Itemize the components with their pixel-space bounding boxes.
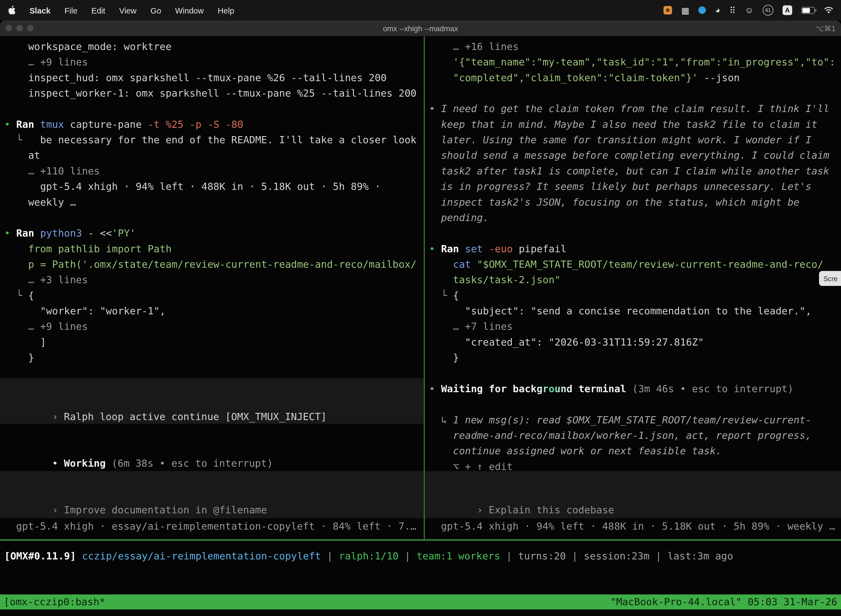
terminal-line: └ { bbox=[4, 287, 424, 303]
menu-status-area: ▦ ◕ ⠿ ☺ 61 A bbox=[664, 5, 834, 15]
terminal-line bbox=[4, 101, 424, 116]
right-prompt-input[interactable]: ›Explain this codebase bbox=[425, 471, 841, 518]
working-status-line: •Working(6m 38s • esc to interrupt) bbox=[4, 440, 273, 455]
menu-file[interactable]: File bbox=[64, 6, 78, 15]
blue-drop-icon[interactable] bbox=[698, 6, 706, 14]
text-segment: "subject": "send a concise recommendatio… bbox=[429, 305, 812, 317]
screen: Slack FileEditViewGoWindowHelp ▦ ◕ ⠿ ☺ 6… bbox=[0, 0, 841, 616]
text-segment: … +9 lines bbox=[4, 56, 88, 67]
terminal-line: "worker": "worker-1", bbox=[4, 303, 424, 318]
left-pane-footer: gpt-5.4 xhigh · essay/ai-reimplementatio… bbox=[4, 518, 416, 534]
terminal-line: later. Using the same for transition mig… bbox=[429, 132, 841, 147]
notification-text: Scre bbox=[823, 274, 838, 282]
text-segment: tasks/task-2.json" bbox=[429, 274, 560, 285]
tmux-status-bar: [omx-cczip0:bash* "MacBook-Pro-44.local"… bbox=[0, 594, 841, 609]
text-segment: "$OMX_TEAM_STATE_ROOT/team/review-curren… bbox=[477, 259, 823, 270]
text-segment: keep that in mind. Maybe I also need the… bbox=[429, 119, 817, 130]
text-segment: inspect_hud: omx sparkshell --tmux-pane … bbox=[4, 72, 387, 83]
left-prompt-input[interactable]: ›Improve documentation in @filename bbox=[0, 471, 424, 518]
text-segment: I need to get the claim token from the c… bbox=[441, 103, 829, 114]
right-input-prompt-icon: › bbox=[477, 502, 489, 518]
menu-help[interactable]: Help bbox=[218, 6, 234, 15]
menu-window[interactable]: Window bbox=[175, 6, 204, 15]
tmux-session-window: [omx-cczip0:bash* bbox=[4, 594, 105, 609]
text-segment: -euo bbox=[489, 243, 519, 254]
window-title: omx --xhigh --madmax bbox=[383, 24, 458, 32]
text-segment: { bbox=[28, 290, 34, 301]
keyboard-grid-icon[interactable]: ▦ bbox=[681, 5, 689, 15]
battery-icon[interactable] bbox=[801, 7, 815, 13]
text-segment: cat bbox=[453, 259, 477, 270]
terminal-line: is in progress? It seems likely but perh… bbox=[429, 179, 841, 194]
terminal-line: … +9 lines bbox=[4, 54, 424, 70]
text-segment: session:23m bbox=[584, 550, 649, 562]
text-segment: } bbox=[4, 352, 34, 363]
terminal-line: "subject": "send a concise recommendatio… bbox=[429, 303, 841, 318]
app-menu-slack[interactable]: Slack bbox=[29, 6, 50, 15]
text-segment: … +9 lines bbox=[4, 321, 88, 332]
text-segment: • bbox=[429, 103, 441, 114]
text-segment: } bbox=[429, 352, 459, 363]
dots-grid-icon[interactable]: ⠿ bbox=[730, 5, 736, 15]
apple-menu-icon[interactable] bbox=[7, 5, 15, 15]
terminal-line: readme-and-reco/mailbox/worker-1.json, a… bbox=[429, 427, 841, 443]
terminal-line: cat "$OMX_TEAM_STATE_ROOT/team/review-cu… bbox=[429, 257, 841, 272]
terminal-line: … +110 lines bbox=[4, 163, 424, 179]
window-title-bar[interactable]: omx --xhigh --madmax ⌥⌘1 bbox=[0, 21, 841, 37]
text-segment: team:1 workers bbox=[417, 550, 500, 562]
text-segment: --json bbox=[704, 72, 740, 83]
text-segment: | bbox=[500, 550, 518, 562]
zoom-button[interactable] bbox=[27, 25, 34, 31]
screen-recording-icon[interactable] bbox=[664, 6, 672, 14]
working-detail: (6m 38s • esc to interrupt) bbox=[111, 458, 273, 469]
terminal-line: … +3 lines bbox=[4, 272, 424, 287]
wifi-icon[interactable] bbox=[824, 6, 834, 14]
terminal-line: '{"team_name":"my-team","task_id":"1","f… bbox=[429, 54, 841, 70]
working-bullet: • bbox=[52, 455, 64, 471]
terminal-line: should send a message before completing … bbox=[429, 148, 841, 163]
terminal-line: from pathlib import Path bbox=[4, 241, 424, 257]
text-segment: readme-and-reco/mailbox/worker-1.json, a… bbox=[429, 430, 812, 441]
counter-badge-icon[interactable]: 61 bbox=[763, 5, 774, 15]
text-segment: "worker": "worker-1", bbox=[4, 305, 166, 317]
text-segment: 1 new msg(s): read $OMX_TEAM_STATE_ROOT/… bbox=[453, 414, 812, 425]
text-segment: 'PY' bbox=[112, 227, 136, 239]
text-segment: workspace_mode: worktree bbox=[4, 41, 171, 52]
input-source-icon[interactable]: A bbox=[782, 5, 792, 15]
text-segment: (3m 46s • esc to interrupt) bbox=[626, 383, 794, 395]
text-segment: ] bbox=[4, 336, 46, 348]
window-shortcut-hint: ⌥⌘1 bbox=[815, 24, 836, 32]
minimize-button[interactable] bbox=[16, 25, 23, 31]
menu-go[interactable]: Go bbox=[150, 6, 161, 15]
text-segment: Ran bbox=[441, 243, 465, 254]
swirl-circle-icon[interactable]: ◕ bbox=[715, 5, 721, 15]
menu-edit[interactable]: Edit bbox=[91, 6, 105, 15]
terminal-line: at bbox=[4, 148, 424, 163]
text-segment: continue assigned work or next feasible … bbox=[429, 445, 722, 456]
terminal-line: } bbox=[429, 350, 841, 365]
text-segment: • bbox=[4, 227, 16, 239]
notification-clipped[interactable]: Scre bbox=[819, 271, 841, 286]
text-segment: • bbox=[429, 383, 441, 395]
ghost-icon[interactable]: ☺ bbox=[745, 5, 753, 15]
terminal-line: continue assigned work or next feasible … bbox=[429, 443, 841, 459]
right-pane-lines: … +16 lines '{"team_name":"my-team","tas… bbox=[425, 37, 841, 474]
text-segment: └ bbox=[4, 134, 40, 145]
omx-status-line: [OMX#0.11.9] cczip/essay/ai-reimplementa… bbox=[4, 549, 733, 564]
terminal-line bbox=[4, 210, 424, 225]
text-segment: | bbox=[321, 550, 339, 562]
menu-items: FileEditViewGoWindowHelp bbox=[64, 6, 234, 15]
terminal-line: inspect_worker-1: omx sparkshell --tmux-… bbox=[4, 85, 424, 101]
menu-left: Slack FileEditViewGoWindowHelp bbox=[7, 5, 234, 15]
close-button[interactable] bbox=[5, 25, 12, 31]
text-segment: weekly … bbox=[4, 196, 76, 208]
text-segment: task2 after task1 is complete, but can I… bbox=[429, 165, 829, 177]
text-segment: gpt-5.4 xhigh · 94% left · 488K in · 5.1… bbox=[4, 181, 381, 192]
left-pane-lines: workspace_mode: worktree … +9 lines insp… bbox=[0, 37, 424, 365]
text-segment: Ran bbox=[16, 227, 40, 239]
text-segment: └ bbox=[4, 290, 28, 301]
menu-view[interactable]: View bbox=[119, 6, 136, 15]
text-segment: at bbox=[4, 150, 40, 161]
menu-bar: Slack FileEditViewGoWindowHelp ▦ ◕ ⠿ ☺ 6… bbox=[0, 0, 841, 21]
text-segment: inspect_worker-1: omx sparkshell --tmux-… bbox=[4, 88, 417, 99]
